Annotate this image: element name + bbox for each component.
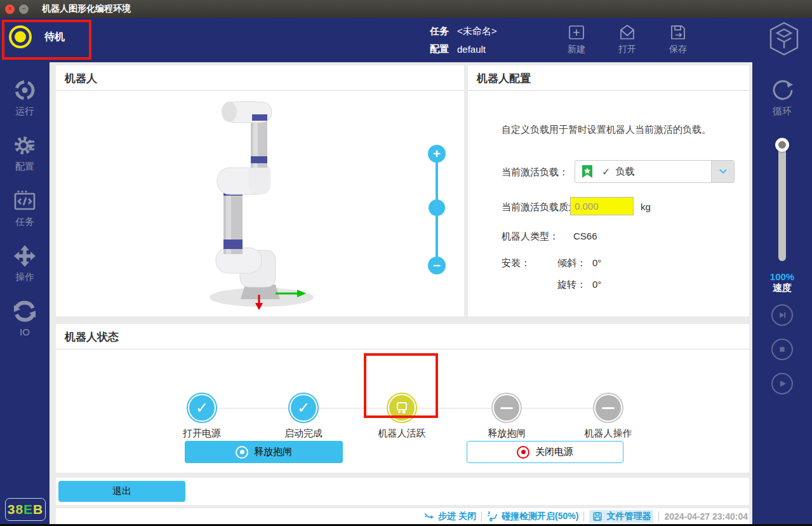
new-file-icon: [567, 23, 586, 42]
loop-mode-button[interactable]: 循环: [769, 76, 795, 118]
zoom-out-button[interactable]: −: [428, 257, 446, 274]
bookmark-icon: [580, 165, 594, 179]
minus-circle-icon: [596, 395, 621, 421]
payload-dropdown[interactable]: ✓ 负载: [575, 160, 735, 183]
task-info: 任务 <未命名> 配置 default: [430, 18, 497, 62]
robot-panel-title: 机器人: [56, 65, 464, 91]
mount-label: 安装：: [502, 257, 530, 269]
stop-button[interactable]: [771, 339, 793, 360]
exit-button[interactable]: 退出: [58, 481, 185, 502]
clock-timestamp: 2024-04-27 23:40:04: [658, 511, 748, 522]
os-titlebar: × − 机器人图形化编程环境: [0, 0, 812, 18]
loop-icon: [769, 76, 795, 103]
zoom-in-button[interactable]: +: [428, 145, 446, 163]
header-actions: 新建 打开 保存: [557, 23, 697, 55]
payload-selected-value: 负载: [615, 166, 634, 178]
right-sidebar: 循环 100% 速度: [752, 62, 812, 526]
minimize-icon[interactable]: −: [19, 4, 29, 14]
standby-label: 待机: [44, 30, 65, 44]
exit-bar: 退出: [56, 478, 749, 505]
speed-label: 速度: [773, 282, 792, 294]
config-label: 配置: [430, 43, 449, 55]
brand-logo-icon: [769, 21, 799, 57]
step-release-brake: 释放抱闸: [462, 393, 551, 440]
robot-panel: 机器人: [56, 65, 464, 316]
release-brake-button[interactable]: 释放抱闸: [185, 441, 343, 463]
task-value: <未命名>: [457, 25, 497, 37]
file-manager-icon: [592, 511, 603, 522]
robot-type-label: 机器人类型：: [502, 231, 559, 243]
step-next-button[interactable]: [771, 304, 793, 326]
file-manager-button[interactable]: 文件管理器: [589, 510, 653, 523]
main-area: 机器人: [50, 62, 752, 524]
check-icon: ✓: [602, 166, 610, 178]
sidebar-item-config[interactable]: 配置: [0, 133, 50, 173]
payload-mass-unit: kg: [641, 201, 651, 212]
speed-slider-knob[interactable]: [775, 138, 789, 152]
step-startup-complete: ✓ 启动完成: [259, 393, 348, 440]
open-file-icon: [618, 23, 637, 42]
minus-circle-icon: [494, 395, 519, 421]
zoom-slider-knob[interactable]: [429, 199, 445, 216]
sidebar-item-task[interactable]: 任务: [0, 188, 50, 228]
robot-mode-indicator[interactable]: 待机: [9, 25, 65, 48]
left-sidebar: 运行 配置 任务: [0, 62, 50, 526]
speed-slider[interactable]: [775, 138, 790, 262]
statusbar-divider: [583, 511, 584, 522]
statusbar-divider: [481, 511, 482, 522]
robot-status-panel: 机器人状态 ✓ 打开电源 ✓ 启动完成 机器人活跃: [56, 324, 749, 473]
speed-value: 100%: [770, 271, 794, 282]
save-icon: [669, 23, 688, 42]
brake-target-icon: [236, 446, 248, 459]
open-task-button[interactable]: 打开: [608, 23, 646, 55]
io-cycle-icon: [12, 299, 37, 324]
check-circle-icon: ✓: [189, 395, 215, 421]
collision-icon: [487, 511, 498, 522]
tilt-label: 倾斜：: [557, 257, 586, 269]
tilt-value: 0°: [592, 257, 601, 268]
sidebar-item-io[interactable]: IO: [0, 299, 50, 337]
playback-controls: [771, 304, 793, 394]
window-title: 机器人图形化编程环境: [42, 3, 131, 15]
app-window: × − 机器人图形化编程环境 待机 任务 <未命名> 配置 default: [0, 0, 812, 526]
status-panel-title: 机器人状态: [56, 324, 749, 349]
close-icon[interactable]: ×: [5, 4, 15, 14]
step-robot-operate: 机器人操作: [564, 393, 653, 440]
task-label: 任务: [430, 25, 449, 37]
run-icon: [12, 78, 37, 103]
robot-config-panel: 机器人配置 自定义负载用于暂时设置机器人当前激活的负载。 当前激活负载： ✓ 负…: [468, 65, 749, 316]
sidebar-item-run[interactable]: 运行: [0, 78, 50, 118]
collision-detect-toggle[interactable]: 碰撞检测开启(50%): [487, 511, 578, 522]
chevron-down-icon[interactable]: [711, 161, 734, 182]
skip-icon: [775, 308, 789, 322]
sidebar-item-operate[interactable]: 操作: [0, 243, 50, 283]
robot-type-value: CS66: [573, 231, 597, 241]
payload-description: 自定义负载用于暂时设置机器人当前激活的负载。: [502, 124, 711, 136]
bottom-status-bar: 步进 关闭 碰撞检测开启(50%) 文件管理器 202: [56, 508, 749, 524]
move-arrows-icon: [12, 243, 37, 269]
step-robot-active: 机器人活跃: [357, 393, 446, 440]
active-payload-label: 当前激活负载：: [502, 166, 568, 179]
step-mode-toggle[interactable]: 步进 关闭: [423, 511, 476, 522]
checksum-badge[interactable]: 3 8 E B: [5, 498, 46, 521]
config-panel-title: 机器人配置: [468, 65, 749, 91]
speed-slider-track[interactable]: [778, 144, 786, 261]
step-mode-icon: [423, 511, 435, 522]
play-button[interactable]: [771, 373, 793, 394]
new-task-button[interactable]: 新建: [557, 23, 596, 55]
payload-mass-input[interactable]: [570, 197, 634, 215]
check-circle-icon: ✓: [291, 395, 316, 421]
view-zoom-control: + −: [427, 145, 446, 274]
save-task-button[interactable]: 保存: [659, 23, 697, 55]
robot-active-icon: [394, 400, 409, 415]
app-header: 待机 任务 <未命名> 配置 default 新建: [0, 18, 812, 62]
code-window-icon: [12, 188, 37, 213]
stop-icon: [775, 342, 789, 356]
power-off-button[interactable]: 关闭电源: [467, 441, 623, 463]
power-target-icon: [517, 446, 529, 459]
robot-3d-view[interactable]: [190, 95, 330, 311]
gear-icon: [12, 133, 37, 158]
config-value: default: [457, 44, 486, 55]
play-icon: [775, 377, 789, 391]
rotate-label: 旋转：: [557, 279, 586, 291]
